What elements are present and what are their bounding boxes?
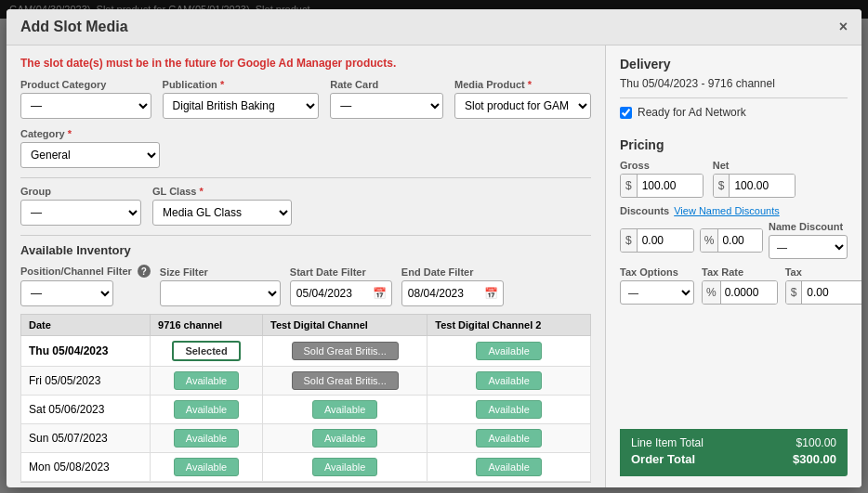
col-channel-2: Test Digital Channel (263, 315, 427, 336)
gross-label: Gross (620, 160, 704, 171)
product-category-field: Product Category — (20, 79, 151, 119)
slot-button[interactable]: Available (174, 429, 239, 448)
row-cell: Available (263, 396, 427, 424)
slot-button[interactable]: Available (476, 458, 541, 476)
modal-overlay: Add Slot Media × The slot date(s) must b… (0, 0, 868, 493)
rate-card-select[interactable]: — (330, 93, 443, 119)
row-cell: Available (151, 367, 263, 396)
slot-button[interactable]: Available (174, 371, 239, 390)
row-cell: Selected (151, 336, 263, 367)
table-row: Thu 05/04/2023SelectedSold Great Britis.… (21, 336, 591, 367)
gross-input[interactable] (638, 175, 703, 197)
tax-field: Tax $ (785, 266, 861, 305)
name-discount-select[interactable]: — (769, 235, 848, 259)
end-date-input[interactable] (401, 280, 504, 306)
row-cell: Sold Great Britis... (263, 367, 427, 396)
position-filter-label: Position/Channel Filter ? (20, 265, 151, 278)
net-label: Net (713, 160, 796, 171)
ready-label: Ready for Ad Network (638, 106, 746, 119)
col-date: Date (21, 315, 151, 336)
line-item-label: Line Item Total (631, 436, 704, 449)
start-date-input[interactable] (290, 280, 392, 306)
discount-dollar-input[interactable] (638, 229, 694, 252)
slot-button[interactable]: Available (476, 342, 541, 360)
category-select[interactable]: General (20, 142, 160, 168)
product-category-select[interactable]: — (20, 93, 151, 119)
slot-button[interactable]: Available (174, 400, 239, 419)
name-discount-field: Name Discount — (769, 221, 848, 259)
discounts-row: Discounts View Named Discounts (620, 205, 848, 216)
row-cell: Available (151, 396, 263, 424)
tax-label: Tax (785, 266, 861, 278)
inventory-table: Date 9716 channel Test Digital Channel T… (20, 314, 591, 482)
form-row-1: Product Category — Publication * Digital… (20, 79, 591, 119)
row-date: Thu 05/04/2023 (21, 336, 151, 367)
gl-class-select[interactable]: Media GL Class (152, 200, 292, 226)
slot-button[interactable]: Sold Great Britis... (292, 371, 399, 390)
tax-input-wrap: $ (785, 280, 861, 305)
view-discounts-link[interactable]: View Named Discounts (674, 205, 780, 216)
publication-label: Publication * (163, 79, 320, 90)
tax-options-field: Tax Options — (620, 266, 694, 305)
slot-button[interactable]: Available (312, 429, 377, 448)
row-date: Sat 05/06/2023 (21, 396, 151, 424)
discount-percent-prefix: % (701, 229, 719, 252)
gross-prefix: $ (621, 175, 638, 197)
discounts-label: Discounts (620, 205, 669, 216)
delivery-date-channel: Thu 05/04/2023 - 9716 channel (620, 77, 848, 90)
modal-right-panel: Delivery Thu 05/04/2023 - 9716 channel R… (606, 45, 861, 487)
media-product-select[interactable]: Slot product for GAM (454, 93, 591, 119)
slot-button[interactable]: Available (476, 371, 541, 390)
tax-options-select[interactable]: — (620, 280, 694, 305)
tax-rate-wrap: % (702, 280, 778, 305)
net-field: Net $ (713, 160, 796, 198)
group-select[interactable]: — (20, 200, 141, 226)
slot-button[interactable]: Sold Great Britis... (292, 342, 399, 360)
net-input[interactable] (730, 175, 795, 197)
media-product-field: Media Product * Slot product for GAM (454, 79, 591, 119)
position-filter-select[interactable]: — (20, 280, 113, 306)
slot-button[interactable]: Available (476, 429, 541, 448)
ready-for-ad-network-row: Ready for Ad Network (620, 97, 848, 126)
delivery-section: Delivery Thu 05/04/2023 - 9716 channel R… (620, 57, 848, 126)
add-slot-media-modal: Add Slot Media × The slot date(s) must b… (7, 9, 861, 487)
inventory-title: Available Inventory (20, 243, 591, 257)
slot-button[interactable]: Selected (172, 341, 240, 361)
totals-bar: Line Item Total $100.00 Order Total $300… (620, 429, 848, 476)
form-row-2: Category * General (20, 128, 591, 168)
tax-rate-label: Tax Rate (702, 266, 778, 278)
rate-card-label: Rate Card (330, 79, 443, 90)
table-row: Fri 05/05/2023AvailableSold Great Britis… (21, 367, 591, 396)
start-date-wrap: 📅 (290, 280, 392, 306)
category-field: Category * General (20, 128, 160, 168)
publication-select[interactable]: Digital British Baking (163, 93, 320, 119)
end-date-filter-label: End Date Filter (401, 266, 504, 278)
name-discount-label: Name Discount (769, 221, 848, 232)
tax-rate-input[interactable] (721, 281, 777, 304)
discount-fields: $ % Name Discount — (620, 221, 848, 259)
slot-button[interactable]: Available (312, 458, 377, 476)
size-filter-select[interactable] (160, 280, 281, 306)
row-cell: Available (427, 367, 591, 396)
net-prefix: $ (714, 175, 730, 197)
slot-button[interactable]: Available (476, 400, 541, 419)
end-date-filter-field: End Date Filter 📅 (401, 266, 504, 306)
table-row: Mon 05/08/2023AvailableAvailableAvailabl… (21, 453, 591, 482)
table-row: Sat 05/06/2023AvailableAvailableAvailabl… (21, 396, 591, 424)
product-category-label: Product Category (20, 79, 151, 90)
help-icon[interactable]: ? (138, 265, 151, 278)
size-filter-label: Size Filter (160, 266, 281, 278)
line-item-value: $100.00 (796, 436, 836, 449)
tax-input[interactable] (802, 281, 861, 304)
row-cell: Available (263, 453, 427, 482)
gl-class-field: GL Class * Media GL Class (152, 186, 292, 226)
row-date: Mon 05/08/2023 (21, 453, 151, 482)
col-channel-1: 9716 channel (151, 315, 263, 336)
ready-checkbox[interactable] (620, 107, 632, 119)
modal-footer: Save Cancel (20, 482, 591, 487)
modal-close-button[interactable]: × (839, 19, 848, 35)
discount-percent-input[interactable] (718, 229, 763, 252)
slot-button[interactable]: Available (312, 400, 377, 419)
modal-left-panel: The slot date(s) must be in the future f… (7, 45, 606, 487)
slot-button[interactable]: Available (174, 458, 239, 476)
